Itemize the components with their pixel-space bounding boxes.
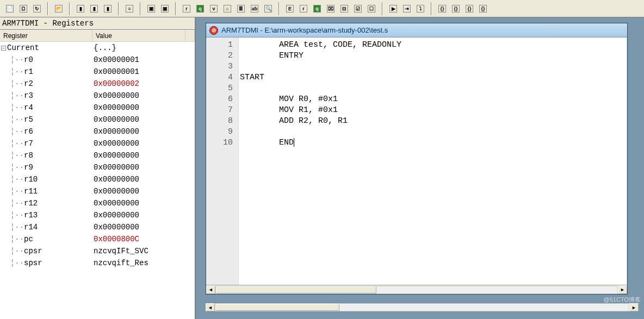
panel-q-green[interactable]: q [311, 2, 324, 15]
brace-run-icon[interactable]: {} [436, 2, 449, 15]
editor-body[interactable]: 12345678910 AREA test, CODE, READONLY EN… [206, 37, 627, 285]
brace-stop-icon[interactable]: {} [476, 2, 490, 15]
hierarchy-icon[interactable]: ⌂ [221, 2, 234, 15]
registers-tree[interactable]: −Current{...} ¦··r00x00000001 ¦··r10x000… [0, 42, 195, 319]
registers-scroll-header-gap [185, 30, 195, 41]
file-refresh-icon[interactable]: 🗋 [17, 2, 30, 15]
gutter-line-5: 5 [206, 83, 233, 94]
mdi-h-scrollbar[interactable]: ◄ ► [206, 303, 639, 312]
main-toolbar: 📄🗋↻📂▮▮▮≡▣▣rqv⌂≣ab🔍Erq⌧⊟☑☐▶⇥⤵{}{}{}{} [0, 0, 644, 17]
disk-eject-icon[interactable]: ▮ [101, 2, 114, 15]
q-box-green[interactable]: q [194, 2, 207, 15]
gutter-line-2: 2 [206, 51, 233, 61]
scroll-track[interactable] [215, 286, 618, 294]
register-row-r7[interactable]: ¦··r70x00000000 [0, 137, 195, 149]
register-row-r10[interactable]: ¦··r100x00000000 [0, 173, 195, 185]
stack-icon[interactable]: ≣ [234, 2, 247, 15]
step-icon[interactable]: ⇥ [400, 2, 413, 15]
step-over-icon[interactable]: ⤵ [414, 2, 427, 15]
code-line-5[interactable] [240, 83, 627, 94]
disk-arrow-icon[interactable]: ▮ [88, 2, 101, 15]
run-icon[interactable]: ▶ [387, 2, 400, 15]
register-row-r1[interactable]: ¦··r10x00000001 [0, 66, 195, 78]
scroll-right-icon[interactable]: ► [629, 303, 639, 311]
gutter-line-10: 10 [206, 137, 233, 148]
register-row-r3[interactable]: ¦··r30x00000000 [0, 90, 195, 102]
editor-titlebar[interactable]: ⊘ ARM7TDMI - E:\arm-workspace\arm-study-… [206, 23, 627, 37]
editor-code[interactable]: AREA test, CODE, READONLY ENTRYSTART MOV… [239, 37, 627, 285]
panel-check-icon[interactable]: ☑ [351, 2, 364, 15]
chip-search-icon[interactable]: ▣ [158, 2, 171, 15]
register-row-r14[interactable]: ¦··r140x00000000 [0, 221, 195, 233]
register-row-r8[interactable]: ¦··r80x00000000 [0, 149, 195, 161]
editor-title-text: ARM7TDMI - E:\arm-workspace\arm-study-00… [221, 26, 388, 34]
main-area: ARM7TDMI - Registers Register Value −Cur… [0, 17, 644, 319]
register-row-cpsr[interactable]: ¦··cpsrnzcvqIFt_SVC [0, 245, 195, 257]
code-line-1[interactable]: AREA test, CODE, READONLY [240, 40, 627, 51]
code-line-7[interactable]: MOV R1, #0x1 [240, 105, 627, 116]
registers-panel: ARM7TDMI - Registers Register Value −Cur… [0, 17, 196, 319]
register-row-r5[interactable]: ¦··r50x00000000 [0, 114, 195, 126]
v-box[interactable]: v [207, 2, 220, 15]
stop-sign-icon: ⊘ [209, 26, 218, 35]
magnify-icon[interactable]: 🔍 [262, 2, 275, 15]
scroll-thumb[interactable] [215, 304, 339, 311]
scroll-right-icon[interactable]: ► [618, 286, 627, 294]
register-row-pc[interactable]: ¦··pc0x0000800C [0, 233, 195, 245]
code-line-3[interactable] [240, 61, 627, 72]
gutter-line-4: 4 [206, 72, 233, 83]
brace-step-icon[interactable]: {} [449, 2, 462, 15]
register-row-r11[interactable]: ¦··r110x00000000 [0, 185, 195, 197]
r-box[interactable]: r [180, 2, 193, 15]
register-row-r9[interactable]: ¦··r90x00000000 [0, 161, 195, 173]
code-line-6[interactable]: MOV R0, #0x1 [240, 94, 627, 105]
text-cursor [294, 138, 294, 147]
chip-icon[interactable]: ▣ [145, 2, 158, 15]
panel-split-icon[interactable]: ⊟ [338, 2, 351, 15]
list-icon[interactable]: ≡ [123, 2, 136, 15]
editor-area: ⊘ ARM7TDMI - E:\arm-workspace\arm-study-… [196, 17, 644, 319]
panel-tree-icon[interactable]: ⌧ [324, 2, 337, 15]
gutter-line-1: 1 [206, 40, 233, 51]
registers-col-name-header[interactable]: Register [0, 30, 92, 41]
gutter-line-7: 7 [206, 105, 233, 116]
scroll-left-icon[interactable]: ◄ [206, 286, 215, 294]
gutter-line-6: 6 [206, 94, 233, 105]
register-root[interactable]: −Current{...} [0, 42, 195, 54]
open-icon[interactable]: 📂 [52, 2, 65, 15]
scroll-thumb[interactable] [216, 286, 376, 293]
registers-panel-title: ARM7TDMI - Registers [0, 17, 195, 30]
panel-uncheck-icon[interactable]: ☐ [365, 2, 378, 15]
disk-icon[interactable]: ▮ [74, 2, 87, 15]
brace-out-icon[interactable]: {} [463, 2, 476, 15]
code-line-4[interactable]: START [240, 72, 627, 83]
code-line-10[interactable]: END [240, 137, 627, 148]
code-line-8[interactable]: ADD R2, R0, R1 [240, 116, 627, 127]
ab-icon[interactable]: ab [248, 2, 261, 15]
register-row-r2[interactable]: ¦··r20x00000002 [0, 78, 195, 90]
registers-panel-header: Register Value [0, 30, 195, 42]
register-row-spsr[interactable]: ¦··spsrnzcvqift_Res [0, 257, 195, 269]
code-line-9[interactable] [240, 127, 627, 137]
register-row-r13[interactable]: ¦··r130x00000000 [0, 209, 195, 221]
file-icon[interactable]: 📄 [3, 2, 16, 15]
panel-e-icon[interactable]: E [283, 2, 296, 15]
register-row-r12[interactable]: ¦··r120x00000000 [0, 197, 195, 209]
gutter-line-8: 8 [206, 116, 233, 127]
register-row-r6[interactable]: ¦··r60x00000000 [0, 126, 195, 137]
gutter-line-9: 9 [206, 127, 233, 137]
code-line-2[interactable]: ENTRY [240, 51, 627, 61]
scroll-track[interactable] [215, 303, 629, 311]
register-row-r4[interactable]: ¦··r40x00000000 [0, 102, 195, 114]
reload-icon[interactable]: ↻ [30, 2, 44, 15]
panel-r-icon[interactable]: r [297, 2, 310, 15]
scroll-left-icon[interactable]: ◄ [206, 303, 215, 311]
registers-col-value-header[interactable]: Value [92, 30, 185, 41]
editor-gutter: 12345678910 [206, 37, 239, 285]
watermark-text: @51CTO博客 [604, 296, 641, 304]
editor-h-scrollbar[interactable]: ◄ ► [206, 285, 627, 294]
gutter-line-3: 3 [206, 61, 233, 72]
source-editor-window: ⊘ ARM7TDMI - E:\arm-workspace\arm-study-… [206, 23, 628, 295]
register-row-r0[interactable]: ¦··r00x00000001 [0, 54, 195, 66]
